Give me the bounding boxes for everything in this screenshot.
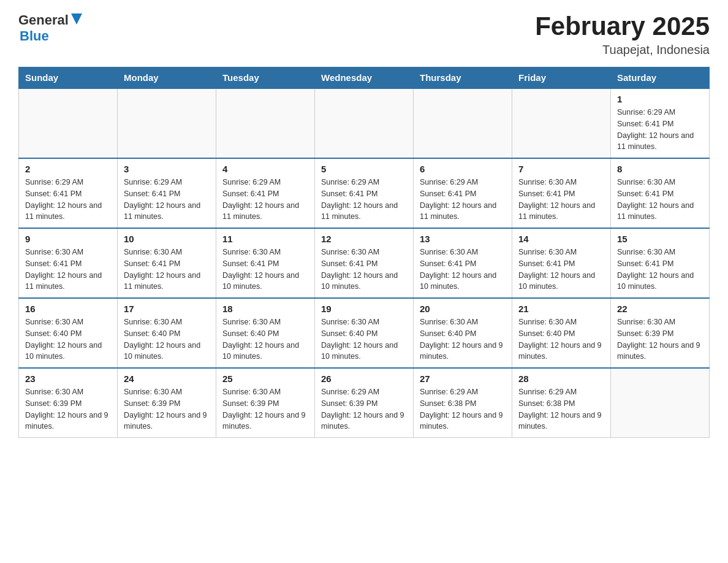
day-info: Sunrise: 6:30 AMSunset: 6:40 PMDaylight:…	[124, 316, 210, 362]
day-info: Sunrise: 6:29 AMSunset: 6:38 PMDaylight:…	[518, 386, 604, 432]
day-info: Sunrise: 6:30 AMSunset: 6:40 PMDaylight:…	[25, 316, 111, 362]
day-number: 21	[518, 304, 604, 314]
calendar-cell: 26Sunrise: 6:29 AMSunset: 6:39 PMDayligh…	[315, 368, 414, 438]
day-info: Sunrise: 6:29 AMSunset: 6:38 PMDaylight:…	[420, 386, 506, 432]
calendar-day-header: Saturday	[611, 67, 710, 89]
calendar-cell	[19, 88, 118, 158]
day-info: Sunrise: 6:29 AMSunset: 6:41 PMDaylight:…	[25, 177, 111, 223]
day-info: Sunrise: 6:30 AMSunset: 6:40 PMDaylight:…	[420, 316, 506, 362]
day-info: Sunrise: 6:29 AMSunset: 6:41 PMDaylight:…	[124, 177, 210, 223]
day-number: 10	[124, 234, 210, 244]
calendar-cell: 24Sunrise: 6:30 AMSunset: 6:39 PMDayligh…	[118, 368, 216, 438]
calendar-week-row: 1Sunrise: 6:29 AMSunset: 6:41 PMDaylight…	[19, 88, 710, 158]
calendar-cell: 21Sunrise: 6:30 AMSunset: 6:40 PMDayligh…	[512, 298, 611, 368]
day-info: Sunrise: 6:30 AMSunset: 6:39 PMDaylight:…	[617, 316, 703, 362]
calendar-day-header: Tuesday	[216, 67, 315, 89]
title-section: February 2025 Tuapejat, Indonesia	[535, 12, 710, 57]
calendar-cell: 22Sunrise: 6:30 AMSunset: 6:39 PMDayligh…	[611, 298, 710, 368]
day-info: Sunrise: 6:30 AMSunset: 6:40 PMDaylight:…	[222, 316, 308, 362]
day-number: 28	[518, 373, 604, 384]
day-number: 20	[420, 304, 506, 314]
day-info: Sunrise: 6:29 AMSunset: 6:41 PMDaylight:…	[617, 107, 703, 153]
logo: General Blue	[18, 12, 83, 44]
calendar-cell: 18Sunrise: 6:30 AMSunset: 6:40 PMDayligh…	[216, 298, 315, 368]
day-info: Sunrise: 6:30 AMSunset: 6:41 PMDaylight:…	[222, 247, 308, 293]
calendar-day-header: Thursday	[414, 67, 512, 89]
day-number: 22	[617, 304, 703, 314]
calendar-cell: 28Sunrise: 6:29 AMSunset: 6:38 PMDayligh…	[512, 368, 611, 438]
day-number: 4	[222, 164, 308, 174]
calendar-cell	[315, 88, 414, 158]
location: Tuapejat, Indonesia	[535, 43, 710, 57]
day-info: Sunrise: 6:30 AMSunset: 6:39 PMDaylight:…	[124, 386, 210, 432]
calendar-day-header: Wednesday	[315, 67, 414, 89]
day-number: 18	[222, 304, 308, 314]
day-number: 7	[518, 164, 604, 174]
day-number: 2	[25, 164, 111, 174]
calendar-cell: 12Sunrise: 6:30 AMSunset: 6:41 PMDayligh…	[315, 228, 414, 298]
day-info: Sunrise: 6:30 AMSunset: 6:41 PMDaylight:…	[25, 247, 111, 293]
calendar-week-row: 16Sunrise: 6:30 AMSunset: 6:40 PMDayligh…	[19, 298, 710, 368]
calendar-day-header: Monday	[118, 67, 216, 89]
calendar-week-row: 2Sunrise: 6:29 AMSunset: 6:41 PMDaylight…	[19, 158, 710, 228]
day-info: Sunrise: 6:30 AMSunset: 6:41 PMDaylight:…	[518, 177, 604, 223]
day-number: 16	[25, 304, 111, 314]
day-number: 14	[518, 234, 604, 244]
calendar-cell: 7Sunrise: 6:30 AMSunset: 6:41 PMDaylight…	[512, 158, 611, 228]
logo-arrow-icon	[70, 12, 83, 26]
day-number: 5	[321, 164, 407, 174]
calendar-cell: 14Sunrise: 6:30 AMSunset: 6:41 PMDayligh…	[512, 228, 611, 298]
day-info: Sunrise: 6:30 AMSunset: 6:39 PMDaylight:…	[25, 386, 111, 432]
calendar-cell: 25Sunrise: 6:30 AMSunset: 6:39 PMDayligh…	[216, 368, 315, 438]
calendar-cell: 23Sunrise: 6:30 AMSunset: 6:39 PMDayligh…	[19, 368, 118, 438]
logo-text-blue: Blue	[20, 28, 49, 44]
day-number: 19	[321, 304, 407, 314]
page-header: General Blue February 2025 Tuapejat, Ind…	[18, 12, 710, 57]
day-info: Sunrise: 6:30 AMSunset: 6:41 PMDaylight:…	[420, 247, 506, 293]
day-info: Sunrise: 6:30 AMSunset: 6:41 PMDaylight:…	[321, 247, 407, 293]
calendar-cell: 17Sunrise: 6:30 AMSunset: 6:40 PMDayligh…	[118, 298, 216, 368]
calendar-cell	[216, 88, 315, 158]
day-info: Sunrise: 6:30 AMSunset: 6:41 PMDaylight:…	[124, 247, 210, 293]
month-title: February 2025	[535, 12, 710, 40]
calendar-cell: 27Sunrise: 6:29 AMSunset: 6:38 PMDayligh…	[414, 368, 512, 438]
calendar-day-header: Friday	[512, 67, 611, 89]
calendar-cell: 20Sunrise: 6:30 AMSunset: 6:40 PMDayligh…	[414, 298, 512, 368]
calendar-cell	[611, 368, 710, 438]
calendar-table: SundayMondayTuesdayWednesdayThursdayFrid…	[18, 67, 710, 438]
day-number: 11	[222, 234, 308, 244]
calendar-week-row: 23Sunrise: 6:30 AMSunset: 6:39 PMDayligh…	[19, 368, 710, 438]
day-number: 9	[25, 234, 111, 244]
calendar-cell: 5Sunrise: 6:29 AMSunset: 6:41 PMDaylight…	[315, 158, 414, 228]
day-number: 3	[124, 164, 210, 174]
calendar-cell: 3Sunrise: 6:29 AMSunset: 6:41 PMDaylight…	[118, 158, 216, 228]
day-number: 6	[420, 164, 506, 174]
calendar-cell: 4Sunrise: 6:29 AMSunset: 6:41 PMDaylight…	[216, 158, 315, 228]
day-info: Sunrise: 6:29 AMSunset: 6:41 PMDaylight:…	[420, 177, 506, 223]
day-info: Sunrise: 6:30 AMSunset: 6:40 PMDaylight:…	[321, 316, 407, 362]
calendar-cell: 9Sunrise: 6:30 AMSunset: 6:41 PMDaylight…	[19, 228, 118, 298]
calendar-cell: 15Sunrise: 6:30 AMSunset: 6:41 PMDayligh…	[611, 228, 710, 298]
day-number: 15	[617, 234, 703, 244]
day-info: Sunrise: 6:30 AMSunset: 6:39 PMDaylight:…	[222, 386, 308, 432]
day-number: 24	[124, 373, 210, 384]
day-info: Sunrise: 6:30 AMSunset: 6:40 PMDaylight:…	[518, 316, 604, 362]
calendar-cell: 1Sunrise: 6:29 AMSunset: 6:41 PMDaylight…	[611, 88, 710, 158]
day-info: Sunrise: 6:29 AMSunset: 6:39 PMDaylight:…	[321, 386, 407, 432]
day-number: 13	[420, 234, 506, 244]
day-info: Sunrise: 6:29 AMSunset: 6:41 PMDaylight:…	[321, 177, 407, 223]
calendar-cell: 11Sunrise: 6:30 AMSunset: 6:41 PMDayligh…	[216, 228, 315, 298]
day-info: Sunrise: 6:30 AMSunset: 6:41 PMDaylight:…	[617, 177, 703, 223]
calendar-cell: 16Sunrise: 6:30 AMSunset: 6:40 PMDayligh…	[19, 298, 118, 368]
day-number: 8	[617, 164, 703, 174]
day-number: 26	[321, 373, 407, 384]
day-number: 1	[617, 94, 703, 104]
calendar-cell: 10Sunrise: 6:30 AMSunset: 6:41 PMDayligh…	[118, 228, 216, 298]
calendar-cell	[118, 88, 216, 158]
calendar-cell	[414, 88, 512, 158]
calendar-cell: 19Sunrise: 6:30 AMSunset: 6:40 PMDayligh…	[315, 298, 414, 368]
calendar-header-row: SundayMondayTuesdayWednesdayThursdayFrid…	[19, 67, 710, 89]
logo-text-general: General	[18, 12, 69, 28]
day-number: 27	[420, 373, 506, 384]
day-number: 25	[222, 373, 308, 384]
